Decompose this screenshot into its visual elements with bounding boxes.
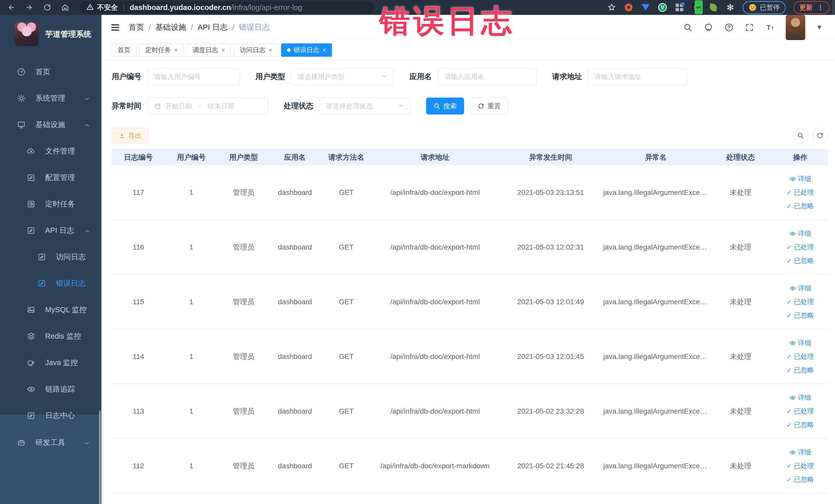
- breadcrumb-item-home[interactable]: 首页: [128, 22, 144, 33]
- cell-actions: 详细 ✓ 已处理 ✓ 已忽略: [773, 338, 828, 375]
- mark-processed-link[interactable]: ✓ 已处理: [787, 407, 814, 416]
- back-icon[interactable]: [7, 3, 16, 12]
- column-header: 日志编号: [111, 153, 165, 162]
- mark-ignored-link[interactable]: ✓ 已忽略: [787, 311, 814, 320]
- sidebar-item-api-log[interactable]: API 日志: [0, 217, 101, 244]
- column-header: 处理状态: [709, 153, 773, 162]
- detail-link[interactable]: 详细: [789, 393, 811, 402]
- mark-ignored-link[interactable]: ✓ 已忽略: [787, 256, 814, 265]
- sidebar-item-config-manage[interactable]: 配置管理: [0, 164, 101, 191]
- tab-close-icon[interactable]: ×: [174, 46, 178, 54]
- search-icon[interactable]: [683, 23, 693, 32]
- mark-processed-link[interactable]: ✓ 已处理: [787, 461, 814, 470]
- browser-menu-icon[interactable]: ⋮: [817, 3, 824, 12]
- mark-ignored-link[interactable]: ✓ 已忽略: [787, 202, 814, 210]
- breadcrumb-item-infra[interactable]: 基础设施: [155, 22, 186, 33]
- sidebar-item-infra[interactable]: 基础设施: [0, 112, 101, 138]
- update-badge[interactable]: 更新 ⋮: [793, 1, 830, 14]
- sidebar-item-system[interactable]: 系统管理: [0, 85, 101, 112]
- mark-processed-link[interactable]: ✓ 已处理: [787, 352, 814, 361]
- hamburger-icon[interactable]: [110, 22, 120, 33]
- mark-processed-link[interactable]: ✓ 已处理: [787, 243, 814, 251]
- security-warning-icon[interactable]: [86, 3, 94, 12]
- help-icon[interactable]: [724, 23, 734, 32]
- user-id-input[interactable]: [154, 73, 233, 81]
- sidebar-logo[interactable]: 芋道管理系统: [0, 15, 101, 54]
- cell-actions: 详细 ✓ 已处理 ✓ 已忽略: [773, 448, 828, 484]
- search-button[interactable]: 搜索: [426, 98, 464, 115]
- paused-badge[interactable]: 已暂停: [742, 1, 786, 14]
- address-bar[interactable]: 不安全 dashboard.yudao.iocoder.cn/infra/log…: [79, 2, 374, 13]
- extensions-grid-icon[interactable]: [675, 3, 684, 12]
- forward-icon[interactable]: [25, 3, 34, 12]
- export-button[interactable]: 导出: [111, 128, 149, 143]
- extension-pinwheel-icon[interactable]: ✻: [726, 3, 735, 12]
- column-header: 请求方法名: [320, 153, 372, 162]
- request-url-input[interactable]: [594, 73, 680, 81]
- fullscreen-icon[interactable]: [745, 23, 754, 32]
- user-avatar[interactable]: [786, 15, 805, 40]
- bookmark-star-icon[interactable]: [607, 3, 616, 12]
- process-status-select[interactable]: 请选择处理状态: [320, 98, 411, 115]
- extension-green-v-icon[interactable]: V: [658, 3, 667, 12]
- monitor-icon: [17, 120, 26, 129]
- exception-time-label: 异常时间: [111, 101, 141, 111]
- cell-status: 未处理: [709, 188, 773, 198]
- toggle-search-button[interactable]: [793, 128, 808, 143]
- user-type-select[interactable]: 请选择用户类型: [291, 68, 394, 85]
- sidebar-item-scheduled-jobs[interactable]: 定时任务: [0, 191, 101, 217]
- detail-link[interactable]: 详细: [789, 174, 811, 183]
- detail-link[interactable]: 详细: [789, 338, 811, 347]
- sidebar-item-dev-tools[interactable]: 研发工具: [0, 429, 101, 456]
- mark-ignored-link[interactable]: ✓ 已忽略: [787, 366, 814, 375]
- sidebar-item-access-log[interactable]: 访问日志: [0, 244, 101, 270]
- dashboard-gauge-icon: [17, 67, 26, 76]
- github-icon[interactable]: [704, 23, 713, 32]
- tab-access-log[interactable]: 访问日志×: [234, 43, 278, 57]
- detail-link[interactable]: 详细: [789, 284, 811, 293]
- detail-link[interactable]: 详细: [789, 229, 811, 238]
- sidebar-item-error-log[interactable]: 错误日志: [0, 270, 101, 297]
- detail-link[interactable]: 详细: [789, 448, 811, 457]
- tab-error-log[interactable]: 错误日志×: [281, 43, 332, 57]
- cell-status: 未处理: [709, 242, 773, 252]
- app-name-input[interactable]: [444, 73, 530, 81]
- sidebar-item-tracing[interactable]: 链路追踪: [0, 376, 101, 402]
- sidebar-item-redis-monitor[interactable]: Redis 监控: [0, 323, 101, 349]
- reset-button[interactable]: 重置: [470, 98, 508, 115]
- column-header: 操作: [773, 153, 828, 162]
- cell-method: GET: [320, 462, 372, 470]
- tab-schedule-log[interactable]: 调度日志×: [187, 43, 231, 57]
- sidebar-item-home[interactable]: 首页: [0, 59, 101, 85]
- sidebar-item-log-center[interactable]: 日志中心: [0, 402, 101, 429]
- date-range-picker[interactable]: 开始日期 - 结束日期: [148, 98, 268, 115]
- sidebar-item-mysql-monitor[interactable]: MySQL 监控: [0, 297, 101, 323]
- tab-close-icon[interactable]: ×: [322, 46, 326, 54]
- breadcrumb-item-api-log[interactable]: API 日志: [198, 22, 228, 33]
- check-icon: ✓: [787, 203, 792, 210]
- tab-close-icon[interactable]: ×: [268, 46, 272, 54]
- extension-on-badge-icon[interactable]: on: [692, 3, 701, 12]
- tab-scheduled-jobs[interactable]: 定时任务×: [139, 43, 184, 57]
- extension-leaf-icon[interactable]: [709, 3, 718, 12]
- cell-exception-name: java.lang.IllegalArgumentException: [603, 243, 709, 251]
- mark-ignored-link[interactable]: ✓ 已忽略: [787, 475, 814, 484]
- font-size-icon[interactable]: TT: [765, 23, 775, 32]
- reload-icon[interactable]: [43, 3, 52, 12]
- extension-orange-icon[interactable]: [624, 3, 633, 12]
- sidebar-item-file-manage[interactable]: 文件管理: [0, 138, 101, 164]
- sidebar-scrollbar[interactable]: [99, 410, 101, 504]
- sidebar-item-java-monitor[interactable]: Java 监控: [0, 349, 101, 376]
- refresh-button[interactable]: [812, 128, 828, 143]
- search-icon: [433, 103, 440, 109]
- tab-home[interactable]: 首页: [111, 43, 136, 57]
- extension-shield-icon[interactable]: [641, 3, 650, 12]
- mark-processed-link[interactable]: ✓ 已处理: [787, 297, 814, 306]
- mark-processed-link[interactable]: ✓ 已处理: [787, 188, 814, 197]
- avatar-caret-icon[interactable]: ▼: [816, 23, 823, 31]
- home-icon[interactable]: [61, 3, 70, 12]
- cell-exception-time: 2021-05-02 23:32:28: [498, 407, 603, 416]
- tab-close-icon[interactable]: ×: [221, 46, 225, 54]
- mark-ignored-link[interactable]: ✓ 已忽略: [787, 420, 814, 429]
- cell-log-id: 114: [111, 352, 165, 361]
